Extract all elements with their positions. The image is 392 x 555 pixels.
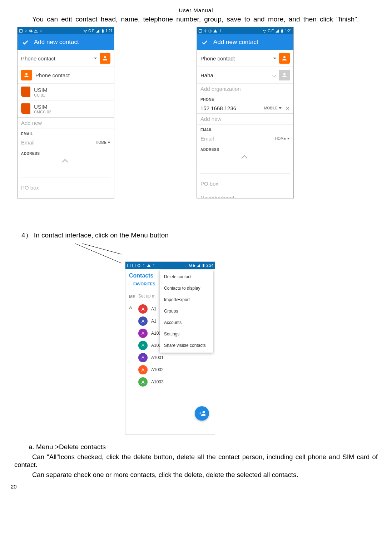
- battery-icon: [280, 29, 284, 33]
- screenshot-icon: [19, 29, 23, 33]
- svg-rect-5: [127, 264, 130, 267]
- address-line-1[interactable]: [200, 167, 290, 173]
- sim-subtitle: CMCC 02: [34, 110, 51, 114]
- contact-row[interactable]: AA1001: [138, 352, 211, 364]
- account-type-label: Phone contact: [21, 55, 55, 62]
- option-usim-2[interactable]: USIMCMCC 02: [18, 100, 114, 117]
- contact-row[interactable]: AA1003: [138, 376, 211, 388]
- neighborhood-field[interactable]: Neighborhood: [18, 197, 114, 198]
- account-type-spinner[interactable]: Phone contact: [197, 50, 293, 67]
- screenshot-icon: [198, 29, 202, 33]
- option-usim-1[interactable]: USIMCU 01: [18, 84, 114, 100]
- contact-name: A1: [151, 306, 157, 311]
- phone-section-label: PHONE: [197, 94, 293, 103]
- contact-name: A1: [151, 319, 157, 324]
- address-line-1[interactable]: [21, 171, 110, 177]
- menu-accounts[interactable]: Accounts: [160, 317, 213, 328]
- paragraph-b: Can "All"Icons checked, click the delete…: [14, 453, 378, 469]
- option-label: Phone contact: [35, 72, 70, 78]
- network-label: G E: [88, 29, 94, 33]
- status-bar: G E 1:21: [18, 27, 114, 34]
- avatar-circle: A: [138, 316, 148, 326]
- menu-share-visible[interactable]: Share visible contacts: [160, 340, 213, 351]
- phone-field[interactable]: 152 1668 1236 MOBILE✕: [197, 103, 293, 114]
- checkmark-icon[interactable]: [22, 39, 29, 46]
- avatar-circle: A: [138, 365, 148, 374]
- sim-subtitle: CU 01: [34, 93, 48, 97]
- svg-point-7: [138, 264, 140, 266]
- organization-field[interactable]: Add organization: [197, 84, 293, 94]
- option-phone-contact[interactable]: Phone contact: [18, 67, 114, 84]
- overflow-menu: Delete contact Contacts to display Impor…: [160, 270, 213, 353]
- avatar-circle: A: [138, 304, 148, 314]
- page-header: User Manual: [14, 7, 378, 13]
- person-icon: [21, 70, 32, 80]
- contact-row[interactable]: AA1002: [138, 364, 211, 376]
- neighborhood-field[interactable]: Neighborhood: [197, 193, 293, 198]
- contact-name: A1002: [151, 367, 164, 372]
- pobox-field[interactable]: PO box: [18, 182, 114, 193]
- email-section-label: EMAIL: [18, 128, 114, 137]
- menu-delete-contact[interactable]: Delete contact: [160, 271, 213, 283]
- clock: 1:21: [106, 29, 113, 33]
- usb-icon: [142, 264, 146, 267]
- app-bar: Add new contact: [197, 34, 293, 50]
- add-person-icon: [198, 410, 205, 417]
- checkmark-icon[interactable]: [201, 39, 208, 46]
- pobox-hint: PO box: [21, 185, 39, 191]
- contact-photo-icon[interactable]: [279, 53, 290, 64]
- chevron-down-icon[interactable]: [272, 73, 276, 78]
- avatar-circle: A: [138, 377, 148, 387]
- email-field[interactable]: Email HOME: [197, 133, 293, 144]
- add-contact-fab[interactable]: [195, 406, 209, 421]
- pobox-hint: PO box: [200, 181, 218, 187]
- svg-rect-0: [19, 29, 22, 32]
- chevron-up-icon: [62, 159, 68, 165]
- app-bar: Add new contact: [18, 34, 114, 50]
- menu-import-export[interactable]: Import/Export: [160, 294, 213, 305]
- name-field[interactable]: Haha: [197, 67, 293, 84]
- sim-title: USIM: [34, 87, 48, 93]
- close-icon[interactable]: ✕: [286, 105, 290, 111]
- add-new-field[interactable]: Add new: [197, 114, 293, 124]
- intro-text: You can edit contact head, name, telepho…: [32, 15, 378, 23]
- svg-line-3: [75, 244, 121, 263]
- warning-icon: [34, 29, 38, 33]
- gear-icon: [137, 264, 141, 267]
- screenshot-contacts-menu: G E 2:24 Contacts FAVORITES ME Set up m …: [125, 261, 215, 434]
- org-hint: Add organization: [200, 86, 241, 92]
- account-type-label: Phone contact: [200, 55, 235, 62]
- phone-type[interactable]: MOBILE: [264, 106, 278, 110]
- dropdown-icon: [279, 107, 282, 109]
- add-new-field[interactable]: Add new: [18, 117, 114, 128]
- contact-name: A1003: [151, 379, 164, 384]
- sim-icon: [21, 87, 30, 97]
- menu-contacts-to-display[interactable]: Contacts to display: [160, 283, 213, 294]
- contact-photo-placeholder[interactable]: [279, 70, 290, 80]
- dropdown-icon: [273, 58, 276, 59]
- warning-icon: [147, 264, 151, 267]
- address-section-label: ADDRESS: [197, 144, 293, 153]
- add-new-label: Add new: [200, 116, 221, 122]
- email-type[interactable]: HOME: [275, 137, 286, 141]
- email-type[interactable]: HOME: [96, 141, 106, 144]
- name-value: Haha: [200, 72, 213, 78]
- svg-point-2: [210, 30, 211, 31]
- email-field[interactable]: Email HOME: [18, 137, 114, 148]
- section-letter-me: ME: [129, 292, 138, 299]
- gear-icon: [29, 29, 33, 33]
- collapse-toggle[interactable]: [197, 153, 293, 162]
- avatar-circle: A: [138, 353, 148, 362]
- collapse-toggle[interactable]: [18, 157, 114, 166]
- contact-photo-icon[interactable]: [100, 53, 110, 64]
- signal-icon: [96, 29, 100, 33]
- account-type-spinner[interactable]: Phone contact: [18, 50, 114, 67]
- section-letter-a: A: [129, 303, 138, 310]
- email-hint: Email: [200, 136, 214, 142]
- screenshot-add-contact-left: G E 1:21 Add new contact Phone contact: [17, 27, 114, 198]
- appbar-title: Add new contact: [213, 39, 258, 46]
- pobox-field[interactable]: PO box: [197, 178, 293, 189]
- menu-settings[interactable]: Settings: [160, 328, 213, 340]
- wifi-icon: [83, 29, 87, 33]
- menu-groups[interactable]: Groups: [160, 305, 213, 317]
